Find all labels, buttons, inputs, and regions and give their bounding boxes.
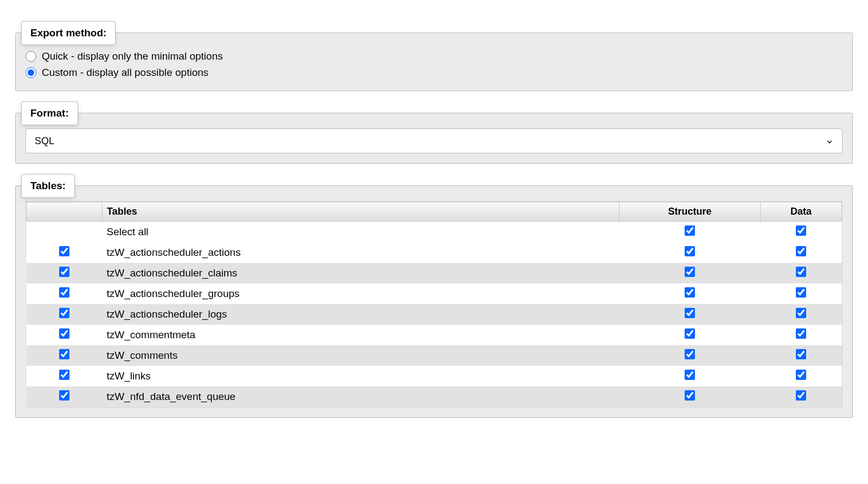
table-row-select-all: Select all xyxy=(27,222,842,243)
table-select-checkbox[interactable] xyxy=(59,287,69,298)
table-data-checkbox[interactable] xyxy=(796,370,806,380)
table-name: tzW_actionscheduler_groups xyxy=(103,283,620,304)
select-all-label[interactable]: Select all xyxy=(103,222,620,243)
table-structure-checkbox[interactable] xyxy=(685,267,695,277)
table-row: tzW_actionscheduler_logs xyxy=(27,304,842,325)
table-name: tzW_actionscheduler_actions xyxy=(103,242,620,263)
export-method-legend: Export method: xyxy=(21,21,116,45)
table-data-checkbox[interactable] xyxy=(796,308,806,318)
table-structure-checkbox[interactable] xyxy=(685,246,695,256)
table-name: tzW_links xyxy=(103,366,620,386)
format-legend: Format: xyxy=(21,101,78,125)
format-fieldset: Format: SQL xyxy=(15,113,853,164)
export-method-custom[interactable]: Custom - display all possible options xyxy=(25,64,843,81)
export-method-custom-radio[interactable] xyxy=(25,67,36,78)
table-data-checkbox[interactable] xyxy=(796,390,806,401)
table-data-checkbox[interactable] xyxy=(796,287,806,298)
table-row: tzW_comments xyxy=(27,345,842,366)
format-select[interactable]: SQL xyxy=(25,128,843,153)
table-structure-checkbox[interactable] xyxy=(685,328,695,339)
table-select-checkbox[interactable] xyxy=(59,349,69,359)
table-select-checkbox[interactable] xyxy=(59,246,69,256)
table-select-checkbox[interactable] xyxy=(59,267,69,277)
table-select-checkbox[interactable] xyxy=(59,328,69,339)
tables-header-data: Data xyxy=(761,202,842,222)
table-data-checkbox[interactable] xyxy=(796,267,806,277)
tables-list: Tables Structure Data Select alltzW_acti… xyxy=(25,201,843,408)
table-name: tzW_comments xyxy=(103,345,620,366)
table-data-checkbox[interactable] xyxy=(796,328,806,339)
table-row: tzW_actionscheduler_claims xyxy=(27,263,842,283)
table-row: tzW_actionscheduler_groups xyxy=(27,283,842,304)
table-row: tzW_actionscheduler_actions xyxy=(27,242,842,263)
export-method-custom-label: Custom - display all possible options xyxy=(42,67,208,79)
table-name: tzW_commentmeta xyxy=(103,325,620,345)
table-name: tzW_actionscheduler_logs xyxy=(103,304,620,325)
table-name: tzW_nfd_data_event_queue xyxy=(103,386,620,407)
table-structure-checkbox[interactable] xyxy=(685,287,695,298)
table-structure-checkbox[interactable] xyxy=(685,349,695,359)
export-method-quick[interactable]: Quick - display only the minimal options xyxy=(25,48,843,64)
table-data-checkbox[interactable] xyxy=(796,349,806,359)
tables-legend: Tables: xyxy=(21,174,75,198)
tables-header-structure: Structure xyxy=(620,202,761,222)
table-row: tzW_commentmeta xyxy=(27,325,842,345)
table-structure-checkbox[interactable] xyxy=(685,308,695,318)
table-name: tzW_actionscheduler_claims xyxy=(103,263,620,283)
select-all-data-checkbox[interactable] xyxy=(796,225,806,236)
table-select-checkbox[interactable] xyxy=(59,370,69,380)
table-data-checkbox[interactable] xyxy=(796,246,806,256)
tables-fieldset: Tables: Tables Structure Data Select all… xyxy=(15,185,853,418)
table-structure-checkbox[interactable] xyxy=(685,390,695,401)
table-row: tzW_nfd_data_event_queue xyxy=(27,386,842,407)
table-row: tzW_links xyxy=(27,366,842,386)
table-structure-checkbox[interactable] xyxy=(685,370,695,380)
table-select-checkbox[interactable] xyxy=(59,308,69,318)
format-select-value: SQL xyxy=(35,135,826,147)
tables-header-tables: Tables xyxy=(103,202,620,222)
table-select-checkbox[interactable] xyxy=(59,390,69,401)
export-method-quick-label: Quick - display only the minimal options xyxy=(42,50,223,62)
export-method-quick-radio[interactable] xyxy=(25,51,36,62)
select-all-structure-checkbox[interactable] xyxy=(685,225,695,236)
export-method-fieldset: Export method: Quick - display only the … xyxy=(15,33,853,91)
chevron-down-icon xyxy=(826,137,833,145)
tables-header-blank xyxy=(27,202,103,222)
